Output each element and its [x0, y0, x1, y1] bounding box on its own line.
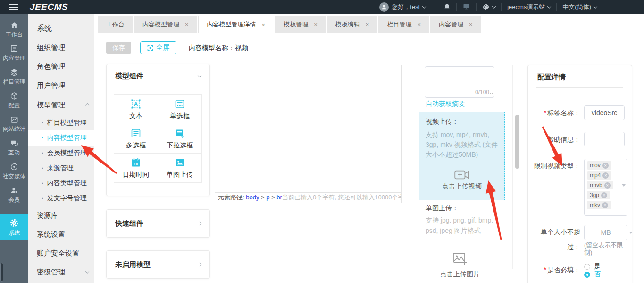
submenu-item-member-model[interactable]: ·会员模型管理 [28, 146, 94, 161]
notifications-bell-icon[interactable] [443, 3, 451, 12]
video-upload-dropzone[interactable]: 点击上传视频 [426, 163, 498, 197]
rich-text-editor[interactable]: 元素路径: body > p > br当前已输入0个字符, 您还可以输入1000… [215, 65, 402, 203]
tab-workbench[interactable]: 工作台 [98, 16, 133, 33]
close-icon[interactable]: × [262, 22, 266, 28]
element-path-br[interactable]: br [276, 194, 282, 201]
component-checkbox[interactable]: 多选框 [114, 124, 158, 154]
tab-bar: 工作台 内容模型管理× 内容模型管理详情× 模板管理× 模板编辑× 栏目管理× … [94, 14, 644, 33]
sidebar-item-workbench[interactable]: 工作台 [0, 18, 28, 42]
submenu-item-model[interactable]: 模型管理 [28, 95, 94, 115]
submenu-item-org[interactable]: 组织管理 [28, 38, 94, 57]
remove-tag-icon[interactable]: × [602, 202, 608, 208]
chevron-down-icon [422, 4, 426, 8]
jeecms-admin-screen: JEECMS 您好，test [0, 0, 644, 283]
submenu-item-settings[interactable]: 系统设置 [28, 225, 94, 244]
member-icon [10, 186, 18, 195]
close-icon[interactable]: × [366, 21, 369, 27]
sidebar-item-statistics[interactable]: 网站统计 [0, 112, 28, 136]
sidebar-item-columns[interactable]: 栏目管理 [0, 65, 28, 89]
fullscreen-button[interactable]: 全屏 [140, 41, 176, 54]
config-divider [536, 87, 623, 88]
components-panel-header[interactable]: 模型组件 [107, 64, 209, 88]
submenu-item-content-model[interactable]: ·内容模型管理 [28, 130, 94, 146]
submenu-item-source[interactable]: ·来源管理 [28, 161, 94, 176]
chevron-down-icon [198, 73, 201, 77]
submenu-item-secret-level[interactable]: 密级管理 [28, 263, 94, 282]
resize-handle[interactable] [489, 93, 493, 97]
element-path-body[interactable]: body [246, 194, 259, 201]
submenu-item-doc-number[interactable]: ·发文字号管理 [28, 191, 94, 206]
required-no-option[interactable]: 否 [584, 271, 601, 278]
close-icon[interactable]: × [314, 21, 318, 27]
help-info-input[interactable] [584, 132, 625, 146]
language-switcher[interactable]: 中文(简体) [562, 3, 597, 11]
summary-textarea[interactable]: 0/100 [425, 66, 494, 98]
tab-template-edit[interactable]: 模板编辑× [327, 16, 378, 33]
tab-content-manage[interactable]: 内容管理× [430, 16, 481, 33]
image-icon [174, 157, 185, 168]
max-size-hint: (留空表示不限制) [584, 241, 626, 257]
language-label: 中文(简体) [562, 3, 591, 11]
tag-name-input[interactable]: videoSrc [584, 105, 625, 120]
tab-content-model-detail[interactable]: 内容模型管理详情× [198, 16, 275, 33]
max-size-input[interactable]: MB [584, 225, 627, 240]
component-dropdown[interactable]: 下拉选框 [158, 124, 202, 154]
submenu-item-role[interactable]: 角色管理 [28, 57, 94, 76]
auto-summary-link[interactable]: 自动获取摘要 [426, 100, 465, 108]
tab-column-manage[interactable]: 栏目管理× [378, 16, 429, 33]
radio-selected-icon[interactable] [584, 272, 590, 278]
close-icon[interactable]: × [469, 21, 473, 27]
user-menu[interactable]: 您好，test [379, 2, 426, 12]
quick-components-panel[interactable]: 快速组件 [106, 209, 210, 238]
component-text[interactable]: A 文本 [114, 94, 158, 124]
max-size-label: 单个大小不超过： [531, 225, 580, 254]
close-icon[interactable]: × [185, 21, 189, 27]
hamburger-menu-icon[interactable] [9, 4, 18, 10]
remove-tag-icon[interactable]: × [601, 192, 607, 198]
sidebar-scrollbar[interactable] [0, 263, 3, 282]
image-upload-dropzone[interactable]: 点击上传图片 [427, 240, 493, 283]
image-plus-icon [452, 252, 468, 266]
select-caret-icon[interactable] [622, 184, 626, 187]
radio-unselected-icon[interactable] [584, 264, 590, 270]
theme-menu[interactable] [482, 3, 495, 11]
close-icon[interactable]: × [417, 21, 421, 27]
site-name: jeecms演示站 [507, 3, 545, 11]
submenu-item-column-model[interactable]: ·栏目模型管理 [28, 115, 94, 130]
component-datetime[interactable]: 10 日期时间 [114, 153, 158, 183]
tab-content-model[interactable]: 内容模型管理× [134, 16, 197, 33]
element-path-p[interactable]: p [266, 194, 269, 201]
size-unit: MB [601, 229, 611, 236]
remove-tag-icon[interactable]: × [602, 172, 609, 179]
calendar-icon: 10 [130, 157, 142, 168]
system-submenu: 系统 组织管理 角色管理 用户管理 模型管理 ·栏目模型管理 ·内容模型管理 ·… [28, 14, 94, 283]
unused-models-panel[interactable]: 未启用模型 [106, 250, 210, 279]
monitor-icon[interactable] [462, 3, 470, 12]
remove-tag-icon[interactable]: × [602, 163, 609, 169]
save-button[interactable]: 保存 [106, 42, 131, 54]
component-single-image[interactable]: 单图上传 [158, 153, 202, 183]
model-name-label: 内容模型名称：视频 [189, 44, 248, 52]
sidebar-item-config[interactable]: 配置 [0, 89, 28, 112]
required-yes-option[interactable]: 是 [584, 263, 601, 270]
sidebar-item-social-media[interactable]: 社交媒体 [0, 160, 28, 183]
sidebar-item-content[interactable]: 内容管理 [0, 42, 28, 65]
submenu-item-account-security[interactable]: 账户安全设置 [28, 244, 94, 263]
tab-template-manage[interactable]: 模板管理× [275, 16, 326, 33]
video-types-multiselect[interactable]: mov× mp4× rmvb× 3gp× mkv× [584, 159, 627, 216]
component-radio[interactable]: 单选框 [158, 94, 202, 124]
site-switcher[interactable]: jeecms演示站 [507, 3, 551, 11]
preview-scrollbar[interactable] [515, 115, 519, 169]
remove-tag-icon[interactable]: × [604, 182, 611, 189]
column-divider [512, 65, 513, 269]
sidebar-item-members[interactable]: 会员 [0, 183, 28, 207]
submenu-item-resource[interactable]: 资源库 [28, 206, 94, 225]
chevron-right-icon [198, 263, 201, 266]
chevron-right-icon [198, 222, 201, 225]
sidebar-item-interaction[interactable]: 互动 [0, 136, 28, 160]
video-upload-section: 视频上传： 支持 mov, mp4, rmvb, 3gp, mkv 视频格式 (… [419, 112, 505, 200]
sidebar-item-system[interactable]: 系统 [0, 214, 28, 240]
submenu-item-content-type[interactable]: ·内容类型管理 [28, 176, 94, 191]
submenu-item-user[interactable]: 用户管理 [28, 76, 94, 95]
unit-select-caret-icon[interactable] [629, 232, 633, 234]
